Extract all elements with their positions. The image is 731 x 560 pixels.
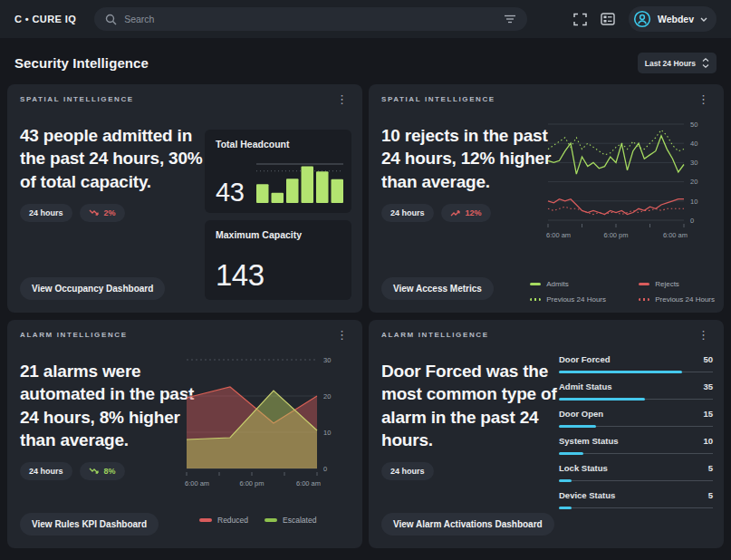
page-header: Security Intelligence Last 24 Hours [0,38,731,84]
kebab-menu-icon[interactable]: ⋮ [334,95,350,104]
alarm-type-bar [559,398,713,401]
alarm-type-bar [559,371,713,373]
delta-badge: 8% [80,462,125,480]
alarm-type-label: Door Forced [559,354,610,364]
svg-text:0: 0 [323,465,327,473]
svg-text:40: 40 [690,140,697,148]
kebab-menu-icon[interactable]: ⋮ [334,331,350,340]
kebab-menu-icon[interactable]: ⋮ [696,95,711,104]
svg-text:6:00 pm: 6:00 pm [239,479,264,488]
svg-text:6:00 am: 6:00 am [296,479,321,488]
svg-text:10: 10 [323,429,331,437]
card-occupancy: SPATIAL INTELLIGENCE ⋮ 43 people admitte… [7,84,362,313]
reduced-swatch [199,518,212,522]
delta-badge: 2% [80,204,125,222]
svg-text:30: 30 [323,356,331,364]
view-occupancy-dashboard-button[interactable]: View Occupancy Dashboard [20,277,165,300]
escalated-swatch [265,518,277,522]
previous-admits-swatch [530,298,541,301]
layout-icon[interactable] [601,13,615,25]
svg-text:6:00 pm: 6:00 pm [603,231,628,239]
alarm-type-label: Door Open [559,409,603,419]
fullscreen-icon[interactable] [573,13,587,26]
alarm-type-row: Device Status5 [559,490,713,509]
svg-text:30: 30 [690,159,697,167]
filter-icon[interactable] [504,14,516,24]
access-chart-legend: Admits Rejects Previous 24 Hours Previou… [530,280,715,304]
time-badge: 24 hours [381,204,434,222]
svg-text:6:00 am: 6:00 am [185,479,209,488]
sort-chevrons-icon [702,58,709,68]
avatar [633,10,651,28]
rejects-swatch [639,283,649,285]
page-title: Security Intelligence [14,55,149,71]
alarm-type-value: 15 [703,409,713,419]
legend-label: Previous 24 Hours [655,295,715,304]
card-category: ALARM INTELLIGENCE [381,331,489,339]
svg-text:20: 20 [323,392,331,401]
alarm-type-row: Door Open15 [559,409,713,428]
alarm-type-value: 5 [708,463,713,473]
card-rules-kpi: ALARM INTELLIGENCE ⋮ 21 alarms were auto… [7,320,362,548]
card-headline: 10 rejects in the past 24 hours, 12% hig… [381,124,559,193]
delta-badge: 12% [441,204,491,222]
legend-label: Previous 24 Hours [546,295,606,304]
access-line-chart: 010203040506:00 am6:00 pm6:00 am [544,115,717,251]
view-alarm-activations-dashboard-button[interactable]: View Alarm Activations Dashboard [381,513,554,536]
alarm-type-label: Device Status [559,490,615,500]
time-badge: 24 hours [381,462,434,480]
legend-item: Escalated [265,516,316,525]
search-icon [105,14,117,25]
alarm-type-value: 10 [703,436,713,446]
alarm-type-list: Door Forced50Admit Status35Door Open15Sy… [559,354,713,517]
alarm-type-label: Admit Status [559,381,612,391]
headcount-bar [332,179,344,203]
alarm-type-bar [559,425,713,428]
headcount-value: 43 [216,178,244,208]
alarm-type-row: System Status10 [559,436,713,455]
card-headline: 43 people admitted in the past 24 hours,… [20,124,203,193]
headcount-bar [272,193,284,203]
headcount-bar [302,167,314,203]
time-range-selector[interactable]: Last 24 Hours [638,53,717,73]
search-input[interactable] [124,14,496,24]
svg-text:20: 20 [690,178,697,186]
legend-item: Admits [530,280,639,288]
user-name: Webdev [658,14,694,24]
trend-down-icon [89,209,100,217]
headcount-bar [256,184,269,203]
legend-label: Reduced [217,516,248,525]
admits-swatch [530,283,541,285]
alarm-chart-legend: Reduced Escalated [199,516,316,525]
legend-label: Admits [546,280,568,288]
alarm-type-row: Door Forced50 [559,354,713,373]
delta-value: 2% [104,208,116,217]
time-range-label: Last 24 Hours [645,59,696,68]
previous-24-hours-line [548,207,684,214]
svg-text:10: 10 [690,198,697,206]
search-bar[interactable] [94,7,527,31]
alarm-type-row: Lock Status5 [559,463,713,482]
delta-value: 8% [104,467,116,476]
kebab-menu-icon[interactable]: ⋮ [696,331,711,340]
capacity-panel: Maximum Capacity 143 [205,220,351,300]
legend-item: Previous 24 Hours [530,295,639,304]
view-rules-kpi-dashboard-button[interactable]: View Rules KPI Dashboard [20,513,159,536]
card-headline: Door Forced was the most common type of … [381,360,568,451]
alarm-type-value: 50 [703,354,713,364]
alarm-type-value: 5 [708,490,713,500]
alarm-type-bar [559,479,713,482]
headcount-bar [286,179,299,203]
alarm-type-value: 35 [703,381,713,391]
capacity-value: 143 [216,258,265,293]
card-alarm-activations: ALARM INTELLIGENCE ⋮ Door Forced was the… [369,320,724,548]
user-menu-button[interactable]: Webdev [629,6,717,32]
app-logo: C • CURE IQ [14,14,76,24]
alarm-type-bar [559,507,713,509]
delta-value: 12% [466,208,482,217]
alarm-type-label: System Status [559,436,618,446]
view-access-metrics-button[interactable]: View Access Metrics [381,277,494,300]
card-category: ALARM INTELLIGENCE [20,331,128,339]
previous-rejects-swatch [639,298,649,301]
topbar-actions: Webdev [573,6,717,32]
